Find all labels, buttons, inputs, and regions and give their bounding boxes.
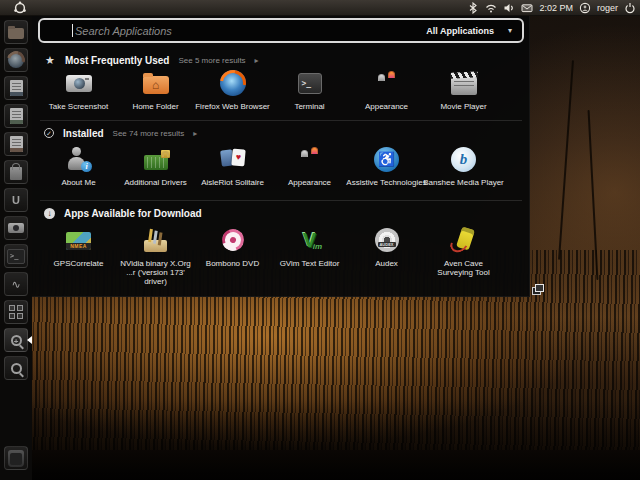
launcher-item-trash[interactable] (4, 446, 28, 470)
search-input[interactable]: Search Applications All Applications ▾ (38, 18, 524, 43)
calc-spreadsheet-icon (10, 108, 23, 124)
filter-dropdown[interactable]: All Applications ▾ (426, 26, 512, 36)
terminal-icon: >_ (7, 249, 25, 264)
terminal-icon: >_ (298, 73, 322, 94)
app-assistive-technologies[interactable]: Assistive Technologies (348, 143, 425, 187)
camera-icon (8, 223, 24, 233)
launcher-item-workspace-switcher[interactable] (4, 300, 28, 324)
app-movie-player[interactable]: Movie Player (425, 67, 502, 111)
username[interactable]: roger (597, 3, 618, 13)
section-title: Apps Available for Download (64, 208, 202, 219)
launcher-item-firefox[interactable] (4, 48, 28, 72)
search-placeholder: Search Applications (75, 25, 172, 37)
info-badge-icon (81, 161, 92, 172)
firefox-icon (8, 52, 24, 68)
gps-map-icon (66, 232, 91, 250)
launcher-item-libreoffice-writer[interactable] (4, 76, 28, 100)
launcher-item-libreoffice-impress[interactable] (4, 132, 28, 156)
section-title: Most Frequently Used (65, 55, 169, 66)
launcher-item-files-lens[interactable] (4, 356, 28, 380)
software-center-bag-icon (10, 167, 22, 180)
section-header-installed: ✓ Installed See 74 more results ▸ (44, 126, 197, 140)
banshee-icon (451, 147, 476, 172)
launcher-item-software-center[interactable] (4, 160, 28, 184)
filter-label: All Applications (426, 26, 494, 36)
launcher-item-camera[interactable] (4, 216, 28, 240)
most-used-apps-row: Take Screenshot ⌂ Home Folder Firefox We… (40, 67, 522, 111)
firefox-icon (220, 70, 246, 96)
home-folder-icon: ⌂ (143, 76, 169, 94)
bluetooth-icon[interactable] (467, 2, 479, 14)
user-menu-icon[interactable] (579, 2, 591, 14)
unity-dash: Search Applications All Applications ▾ ★… (32, 16, 530, 297)
lock-icon (162, 151, 169, 157)
section-title: Installed (63, 128, 104, 139)
system-monitor-icon: ∿ (11, 279, 20, 290)
wifi-icon[interactable] (485, 2, 497, 14)
section-divider (40, 200, 522, 201)
launcher-item-ubuntu-one[interactable]: U (4, 188, 28, 212)
cd-disc-icon (375, 228, 399, 252)
app-aisleriot-solitaire[interactable]: AisleRiot Solitaire (194, 143, 271, 187)
app-firefox[interactable]: Firefox Web Browser (194, 67, 271, 111)
app-gpscorrelate[interactable]: GPSCorrelate (40, 224, 117, 286)
app-bombono-dvd[interactable]: Bombono DVD (194, 224, 271, 286)
see-more-link[interactable]: See 74 more results (113, 129, 185, 138)
app-about-me[interactable]: About Me (40, 143, 117, 187)
app-banshee[interactable]: Banshee Media Player (425, 143, 502, 187)
impress-presentation-icon (10, 136, 23, 152)
dash-expand-icon[interactable] (532, 284, 544, 295)
playing-cards-icon (219, 147, 247, 172)
app-take-screenshot[interactable]: Take Screenshot (40, 67, 117, 111)
more-arrow-icon: ▸ (255, 56, 259, 65)
top-panel: 2:02 PM roger (0, 0, 640, 16)
section-header-available: ↓ Apps Available for Download (44, 206, 202, 220)
accessibility-icon (374, 147, 399, 172)
trash-icon (8, 450, 24, 467)
applications-lens-icon: + (11, 335, 22, 346)
person-icon (65, 147, 92, 172)
text-caret (72, 24, 73, 37)
clock[interactable]: 2:02 PM (539, 3, 573, 13)
launcher-item-system-monitor[interactable]: ∿ (4, 272, 28, 296)
chevron-down-icon: ▾ (508, 26, 512, 35)
app-appearance-2[interactable]: Appearance (271, 143, 348, 187)
panel-indicators: 2:02 PM roger (467, 0, 636, 16)
launcher-item-terminal[interactable]: >_ (4, 244, 28, 268)
more-arrow-icon: ▸ (193, 129, 197, 138)
active-lens-arrow-icon (23, 336, 32, 344)
wallpaper-fade (0, 400, 640, 480)
circuit-board-icon (144, 155, 168, 170)
ubuntu-logo-icon[interactable] (13, 1, 27, 15)
app-additional-drivers[interactable]: Additional Drivers (117, 143, 194, 187)
see-more-link[interactable]: See 5 more results (178, 56, 245, 65)
writer-document-icon (10, 80, 23, 96)
app-home-folder[interactable]: ⌂ Home Folder (117, 67, 194, 111)
app-nvidia-driver[interactable]: NVidia binary X.Org ...r ('version 173' … (117, 224, 194, 286)
workspace-grid-icon (9, 305, 23, 319)
available-apps-row: GPSCorrelate NVidia binary X.Org ...r ('… (40, 224, 522, 286)
shopping-bags-icon (296, 147, 324, 172)
clapperboard-icon (451, 77, 477, 95)
installed-apps-row: About Me Additional Drivers AisleRiot So… (40, 143, 522, 187)
desktop: 2:02 PM roger U >_ ∿ + Searc (0, 0, 640, 480)
app-audex[interactable]: Audex (348, 224, 425, 286)
power-icon[interactable] (624, 2, 636, 14)
section-header-most-used: ★ Most Frequently Used See 5 more result… (44, 53, 259, 67)
volume-icon[interactable] (503, 2, 515, 14)
folder-icon (8, 28, 24, 39)
ubuntu-one-icon: U (12, 195, 20, 206)
launcher-item-home-folder[interactable] (4, 20, 28, 44)
mail-icon[interactable] (521, 2, 533, 14)
files-lens-icon (11, 363, 22, 374)
app-appearance[interactable]: Appearance (348, 67, 425, 111)
camera-icon (66, 75, 92, 92)
app-terminal[interactable]: >_ Terminal (271, 67, 348, 111)
app-gvim[interactable]: GVim Text Editor (271, 224, 348, 286)
app-aven[interactable]: Aven Cave Surveying Tool (425, 224, 502, 286)
launcher-item-libreoffice-calc[interactable] (4, 104, 28, 128)
dvd-swirl-icon (218, 225, 247, 254)
surveying-device-icon (450, 228, 477, 253)
section-divider (40, 120, 522, 121)
check-circle-icon: ✓ (44, 128, 54, 138)
